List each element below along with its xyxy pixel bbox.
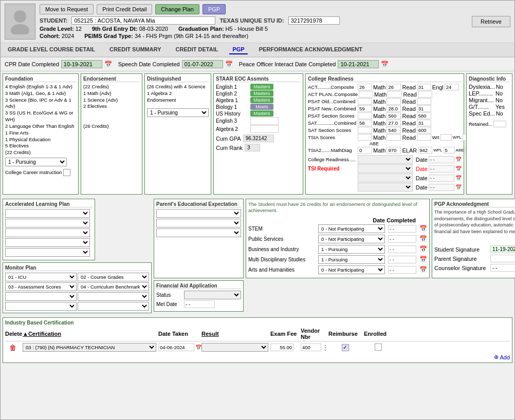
monitor-select-7[interactable] xyxy=(5,302,77,311)
arts-humanities-cal[interactable]: 📅 xyxy=(419,266,427,273)
parent-select-1[interactable] xyxy=(156,209,241,218)
cpr-calendar-icon[interactable]: 📅 xyxy=(104,61,112,68)
psat-new-math[interactable] xyxy=(387,105,401,112)
ibc-exam-fee[interactable] xyxy=(270,343,293,351)
monitor-select-4[interactable]: 04 - Curriculum Benchmark / xyxy=(78,282,149,291)
cr-cal-2[interactable]: 📅 xyxy=(455,166,462,171)
ibc-delete-icon[interactable]: 🗑 xyxy=(9,343,16,352)
college-career-checkbox[interactable] xyxy=(63,169,70,176)
status-select[interactable] xyxy=(184,291,241,299)
monitor-select-2[interactable]: 02 - Course Grades xyxy=(78,273,149,281)
arts-humanities-select[interactable]: 0 - Not Participating 1 - Pursuing xyxy=(318,265,385,274)
arts-humanities-date[interactable] xyxy=(388,266,416,274)
cum-rank-input[interactable] xyxy=(245,144,260,151)
student-field[interactable] xyxy=(71,16,215,25)
ibc-reimburse-checkbox[interactable]: ✓ xyxy=(342,344,349,351)
speech-date-input[interactable] xyxy=(182,60,223,68)
cr-select-2[interactable] xyxy=(358,164,413,173)
psat-old-val[interactable] xyxy=(358,98,372,105)
multi-disc-date[interactable] xyxy=(388,256,416,263)
cr-cal-1[interactable]: 📅 xyxy=(455,157,462,162)
ibc-date-cal[interactable]: 📅 xyxy=(195,345,201,350)
print-credit-detail-button[interactable]: Print Credit Detail xyxy=(97,4,152,14)
met-date-input[interactable] xyxy=(184,300,215,308)
ibc-cert-select[interactable]: 03 : (790) (N) PHARMACY TECHNICIAN xyxy=(23,343,156,352)
foundation-pursuing-select[interactable]: 1 - Pursuing 2 - Completed 0 - Not Parti… xyxy=(5,158,67,166)
psat-old-math[interactable] xyxy=(387,98,401,105)
peace-date-input[interactable] xyxy=(338,60,379,68)
monitor-select-3[interactable]: 03 - Assessment Scores xyxy=(5,282,77,291)
cr-cal-4[interactable]: 📅 xyxy=(455,184,462,190)
sat-section-val[interactable] xyxy=(358,127,372,133)
sat-section-read[interactable] xyxy=(417,127,431,133)
tsia2-wpl[interactable] xyxy=(444,147,455,154)
actplan-math-val[interactable] xyxy=(388,91,402,98)
retrieve-button[interactable]: Retrieve xyxy=(472,16,510,27)
pgp-button[interactable]: PGP xyxy=(203,4,226,14)
cr-date-3[interactable] xyxy=(429,175,454,182)
tab-performance-ack[interactable]: PERFORMANCE ACKNOWLEDGMENT xyxy=(256,45,365,54)
psat-section-read[interactable] xyxy=(417,112,431,119)
psat-old-read[interactable] xyxy=(417,98,431,105)
ibc-vendor-nbr[interactable] xyxy=(301,343,321,351)
move-to-request-button[interactable]: Move to Request xyxy=(40,4,94,14)
tsia2-math[interactable] xyxy=(387,147,401,154)
actplan-read-val[interactable] xyxy=(418,91,432,98)
cum-gpa-input[interactable] xyxy=(243,135,274,142)
cpr-date-input[interactable] xyxy=(61,60,102,68)
stem-cal[interactable]: 📅 xyxy=(419,225,427,232)
add-ibc-button[interactable]: ⊕ Add xyxy=(494,354,510,360)
multi-disc-cal[interactable]: 📅 xyxy=(419,256,427,263)
alp-select-2[interactable] xyxy=(5,219,90,227)
texas-id-field[interactable] xyxy=(288,16,340,25)
monitor-select-6[interactable] xyxy=(78,292,149,301)
actplan-composite-val[interactable] xyxy=(359,91,373,98)
alp-select-3[interactable] xyxy=(5,228,90,237)
sat-section-math[interactable] xyxy=(387,127,401,133)
psat-section-math[interactable] xyxy=(387,112,401,119)
alp-select-5[interactable] xyxy=(5,248,90,257)
cr-select-4[interactable] xyxy=(358,183,413,192)
tsia-read[interactable] xyxy=(417,134,431,141)
psat-new-val[interactable] xyxy=(358,105,372,112)
cr-date-1[interactable] xyxy=(429,156,454,163)
change-plan-button[interactable]: Change Plan xyxy=(155,4,199,14)
business-industry-cal[interactable]: 📅 xyxy=(419,245,427,253)
act-math-val[interactable] xyxy=(387,84,401,90)
tab-pgp[interactable]: PGP xyxy=(229,45,247,54)
parent-sig-date[interactable] xyxy=(490,255,515,262)
sat-math-val[interactable] xyxy=(387,120,401,126)
monitor-select-8[interactable] xyxy=(78,302,149,311)
retained-input[interactable] xyxy=(493,121,506,127)
staar-algebra2-input[interactable] xyxy=(250,125,279,133)
multi-disc-select[interactable]: 1 - Pursuing 0 - Not Participating xyxy=(318,255,385,264)
tsia-wrt[interactable] xyxy=(440,134,452,141)
act-composite-val[interactable] xyxy=(358,84,372,90)
sat-read-val[interactable] xyxy=(417,120,431,126)
public-services-date[interactable] xyxy=(388,235,416,243)
act-engl-val[interactable] xyxy=(445,84,459,90)
tsia-math[interactable] xyxy=(387,134,401,141)
ibc-enrolled-checkbox[interactable] xyxy=(375,343,382,351)
ibc-result-select[interactable] xyxy=(201,343,268,352)
sat-combined-val[interactable] xyxy=(358,120,372,126)
business-industry-select[interactable]: 1 - Pursuing 0 - Not Participating xyxy=(318,245,385,254)
tab-credit-summary[interactable]: CREDIT SUMMARY xyxy=(106,45,164,54)
psat-section-val[interactable] xyxy=(358,112,372,119)
peace-calendar-icon[interactable]: 📅 xyxy=(381,61,389,68)
business-industry-date[interactable] xyxy=(388,245,416,253)
monitor-select-1[interactable]: 01 - ICU xyxy=(5,273,77,281)
tsia2-elar[interactable] xyxy=(418,147,432,154)
speech-calendar-icon[interactable]: 📅 xyxy=(225,61,233,68)
tab-credit-detail[interactable]: CREDIT DETAIL xyxy=(173,45,222,54)
cr-date-4[interactable] xyxy=(429,184,454,191)
student-sig-date[interactable] xyxy=(490,245,515,253)
parent-select-3[interactable] xyxy=(156,228,241,237)
cr-select-1[interactable] xyxy=(358,155,413,164)
cr-select-3[interactable] xyxy=(358,174,413,182)
stem-date[interactable] xyxy=(388,225,416,233)
alp-select-1[interactable] xyxy=(5,209,90,218)
cr-date-2[interactable] xyxy=(429,165,454,173)
tsia2-mathdiag[interactable] xyxy=(358,147,372,154)
stem-select[interactable]: 0 - Not Participating 1 - Pursuing xyxy=(318,224,385,233)
